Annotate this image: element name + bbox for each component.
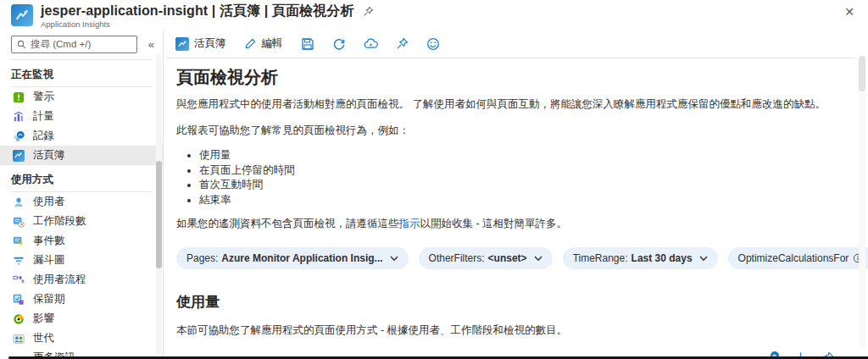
workbook-content: 頁面檢視分析 與您應用程式中的使用者活動相對應的頁面檢視。 了解使用者如何與頁面… [164,58,868,359]
sidebar-item-logs[interactable]: 記錄 [0,126,163,146]
sidebar-item-label: 世代 [33,331,54,345]
list-item: 在頁面上停留的時間 [199,163,853,179]
filter-label: Pages: [186,252,218,264]
sidebar: 搜尋 (Cmd +/) « 正在監視 警示 計量 記錄 [0,30,164,359]
search-icon [17,40,26,49]
metrics-icon [12,110,25,123]
chevron-down-icon [390,256,398,262]
list-item: 結束率 [199,193,853,208]
sidebar-item-cohorts[interactable]: 世代 [0,329,163,348]
toolbar-edit-button[interactable]: 編輯 [244,36,283,51]
header-subtitle: Application Insights [41,20,374,29]
page-title: jesper-application-insight | 活頁簿 | 頁面檢視分… [41,4,354,19]
chevron-down-icon [534,256,542,262]
filter-value: <unset> [488,252,527,264]
workbook-app-icon [11,4,33,26]
filter-other-filters[interactable]: OtherFilters: <unset> [419,247,553,269]
pin-icon[interactable] [396,37,409,50]
sidebar-item-alerts[interactable]: 警示 [0,87,163,107]
close-icon[interactable]: ✕ [844,5,854,19]
workbook-toolbar: 活頁簿 編輯 [164,32,868,55]
sidebar-item-label: 計量 [33,109,54,124]
toolbar-workbook-label: 活頁簿 [194,36,226,51]
usage-description: 本節可協助您了解應用程式的頁面使用方式 - 根據使用者、工作階段和檢視的數目。 [176,323,853,338]
sidebar-item-label: 警示 [33,90,54,104]
filter-label: TimeRange: [573,252,628,264]
instructions-link[interactable]: 指示 [399,218,420,229]
events-icon [12,235,25,247]
sidebar-item-workbooks[interactable]: 活頁簿 [0,146,163,165]
sidebar-item-events[interactable]: 事件數 [0,231,163,251]
sidebar-item-sessions[interactable]: 工作階段數 [0,212,163,231]
intro-paragraph: 與您應用程式中的使用者活動相對應的頁面檢視。 了解使用者如何與頁面互動，將能讓您… [176,97,853,112]
workbook-icon [175,37,189,51]
toolbar-workbook[interactable]: 活頁簿 [175,36,226,51]
sidebar-item-label: 保留期 [33,292,65,307]
header-text: jesper-application-insight | 活頁簿 | 頁面檢視分… [41,4,374,29]
sidebar-search-placeholder: 搜尋 (Cmd +/) [31,38,91,51]
report-title: 頁面檢視分析 [176,67,853,87]
sidebar-section-usage: 使用方式 [0,165,163,191]
refresh-icon[interactable] [332,37,346,51]
filter-optimize-calculations[interactable]: OptimizeCalculationsFor : Balance [728,247,868,269]
toolbar-edit-label: 編輯 [262,36,283,51]
sidebar-item-label: 漏斗圖 [33,253,65,268]
usage-section-title: 使用量 [176,292,853,312]
cloud-icon[interactable] [364,37,378,50]
pin-icon[interactable] [363,6,374,17]
filter-label: OptimizeCalculationsFor [738,252,849,264]
sidebar-collapse-button[interactable]: « [143,38,159,51]
sidebar-item-users[interactable]: 使用者 [0,192,163,212]
filter-value: Azure Monitor Application Insig... [221,252,382,264]
filter-value: Last 30 days [632,252,693,264]
main-scrollbar-track[interactable] [859,56,865,349]
filter-time-range[interactable]: TimeRange: Last 30 days [563,247,718,269]
retention-icon [12,293,25,306]
sidebar-item-label: 使用者流程 [33,273,86,287]
chevron-down-icon [699,256,708,262]
users-icon [12,196,25,208]
sidebar-item-impact[interactable]: 影響 [0,309,163,329]
sidebar-item-label: 記錄 [33,129,54,143]
sidebar-item-label: 影響 [33,312,54,326]
main-panel: 活頁簿 編輯 頁面檢視分析 與您應用 [164,30,868,359]
sidebar-search-input[interactable]: 搜尋 (Cmd +/) [11,36,137,53]
list-item: 使用量 [199,148,853,163]
save-icon[interactable] [301,37,314,51]
sessions-icon [12,215,25,228]
main-scrollbar-thumb[interactable] [859,56,865,91]
feedback-smiley-icon[interactable] [426,37,440,51]
impact-icon [12,312,25,325]
telemetry-paragraph: 如果您的遙測資料不包含頁面檢視，請遵循這些指示以開始收集 - 這相對簡單許多。 [176,217,853,231]
filter-pages[interactable]: Pages: Azure Monitor Application Insig..… [176,247,409,269]
telemetry-text-before: 如果您的遙測資料不包含頁面檢視，請遵循這些 [176,218,399,229]
app-window: jesper-application-insight | 活頁簿 | 頁面檢視分… [0,0,868,359]
sidebar-item-label: 工作階段數 [33,214,86,229]
page-header: jesper-application-insight | 活頁簿 | 頁面檢視分… [0,0,868,30]
user-flows-icon [12,273,25,286]
sidebar-item-metrics[interactable]: 計量 [0,107,163,126]
sidebar-item-label: 使用者 [33,195,65,209]
funnel-icon [12,254,25,267]
sidebar-item-label: 活頁簿 [33,148,65,163]
filter-label: OtherFilters: [429,252,485,264]
list-item: 首次互動時間 [199,178,853,193]
sidebar-item-funnel[interactable]: 漏斗圖 [0,251,163,270]
sidebar-item-label: 事件數 [33,234,65,248]
sidebar-item-user-flows[interactable]: 使用者流程 [0,270,163,290]
edit-pencil-icon [244,37,257,50]
workbooks-icon [12,149,25,162]
sidebar-item-retention[interactable]: 保留期 [0,290,163,309]
alerts-icon [12,91,25,103]
sidebar-scrollbar-thumb[interactable] [156,161,162,268]
cohorts-icon [12,332,25,345]
behavior-list: 使用量 在頁面上停留的時間 首次互動時間 結束率 [176,148,853,207]
telemetry-text-after: 以開始收集 - 這相對簡單許多。 [420,218,568,229]
filter-bar: Pages: Azure Monitor Application Insig..… [176,247,853,269]
report-description: 此報表可協助您了解常見的頁面檢視行為，例如： [176,124,853,138]
logs-icon [12,130,25,142]
sidebar-section-monitoring: 正在監視 [0,60,163,86]
